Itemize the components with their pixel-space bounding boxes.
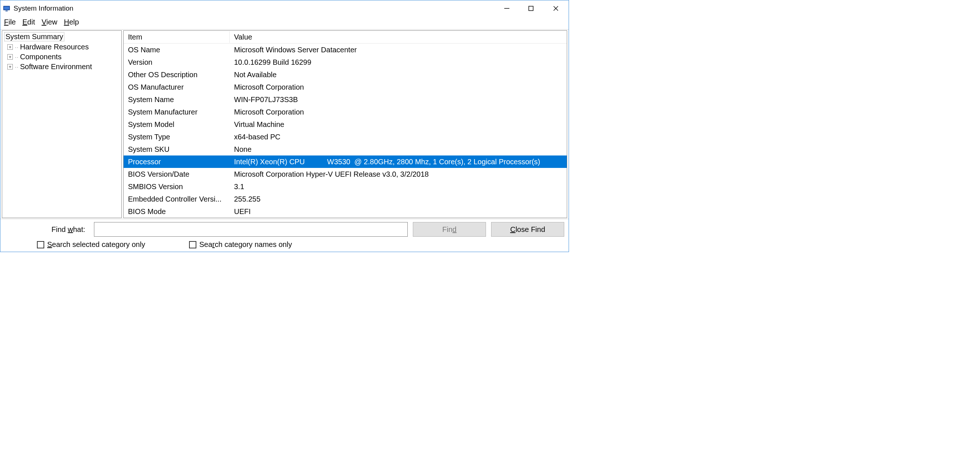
list-row[interactable]: SMBIOS Version3.1 <box>124 180 567 193</box>
cell-value: Microsoft Corporation <box>230 83 567 91</box>
list-row[interactable]: System NameWIN-FP07LJ73S3B <box>124 93 567 106</box>
find-bar: Find what: Find Close Find Search select… <box>0 219 569 252</box>
find-row: Find what: Find Close Find <box>5 222 564 237</box>
tree-node[interactable]: +··Hardware Resources <box>7 42 119 52</box>
cell-value: 10.0.16299 Build 16299 <box>230 58 567 67</box>
tree-node-label: Hardware Resources <box>20 43 89 51</box>
titlebar-left: System Information <box>3 5 73 13</box>
menu-edit-rest: dit <box>27 18 35 26</box>
find-input[interactable] <box>94 222 408 237</box>
expander-icon[interactable]: + <box>7 54 13 60</box>
window-controls <box>495 0 569 16</box>
menu-file[interactable]: File <box>4 18 16 26</box>
menu-edit[interactable]: Edit <box>22 18 35 26</box>
list-row[interactable]: BIOS ModeUEFI <box>124 205 567 218</box>
tree-node-label: Components <box>20 53 61 61</box>
cell-item: BIOS Mode <box>124 207 230 216</box>
tree-root-label: System Summary <box>5 32 64 41</box>
tree-node[interactable]: +··Components <box>7 52 119 62</box>
minimize-button[interactable] <box>495 0 519 16</box>
tree-connector: ·· <box>15 54 19 60</box>
cell-value: Intel(R) Xeon(R) CPU W3530 @ 2.80GHz, 28… <box>230 158 567 166</box>
tree-node-label: Software Environment <box>20 62 92 71</box>
search-selected-checkbox[interactable]: Search selected category only <box>37 240 145 249</box>
svg-rect-4 <box>529 6 533 11</box>
cell-value: Microsoft Corporation <box>230 108 567 116</box>
svg-rect-2 <box>5 11 8 11</box>
cell-item: OS Name <box>124 46 230 54</box>
find-options: Search selected category only Search cat… <box>5 240 564 249</box>
expander-icon[interactable]: + <box>7 64 13 70</box>
app-icon <box>3 5 11 13</box>
list-header: Item Value <box>124 31 567 43</box>
cell-value: Not Available <box>230 70 567 79</box>
cell-item: SMBIOS Version <box>124 183 230 191</box>
menu-file-rest: ile <box>8 18 16 26</box>
cell-value: WIN-FP07LJ73S3B <box>230 96 567 104</box>
cell-item: System SKU <box>124 145 230 154</box>
search-names-checkbox[interactable]: Search category names only <box>189 240 292 249</box>
list-row[interactable]: BIOS Version/DateMicrosoft Corporation H… <box>124 168 567 180</box>
list-row[interactable]: System ManufacturerMicrosoft Corporation <box>124 106 567 118</box>
tree-node[interactable]: +··Software Environment <box>7 62 119 72</box>
cell-value: UEFI <box>230 207 567 216</box>
list-row[interactable]: Version10.0.16299 Build 16299 <box>124 56 567 69</box>
tree-connector: ·· <box>15 64 19 70</box>
expander-icon[interactable]: + <box>7 44 13 50</box>
tree-connector: ·· <box>15 44 19 50</box>
client-area: System Summary +··Hardware Resources+··C… <box>0 29 569 219</box>
cell-item: Processor <box>124 158 230 166</box>
cell-item: Other OS Description <box>124 70 230 79</box>
cell-item: System Manufacturer <box>124 108 230 116</box>
list-row[interactable]: ProcessorIntel(R) Xeon(R) CPU W3530 @ 2.… <box>124 155 567 168</box>
cell-item: OS Manufacturer <box>124 83 230 91</box>
close-find-button[interactable]: Close Find <box>491 222 564 237</box>
details-list: Item Value OS NameMicrosoft Windows Serv… <box>123 30 567 218</box>
list-row[interactable]: OS NameMicrosoft Windows Server Datacent… <box>124 43 567 56</box>
column-header-value[interactable]: Value <box>230 32 567 43</box>
cell-value: Virtual Machine <box>230 120 567 129</box>
cell-value: Microsoft Corporation Hyper-V UEFI Relea… <box>230 170 567 179</box>
list-row[interactable]: System SKUNone <box>124 143 567 155</box>
menu-view-rest: iew <box>46 18 57 26</box>
cell-value: x64-based PC <box>230 133 567 141</box>
titlebar: System Information <box>0 0 569 16</box>
cell-item: Embedded Controller Versi... <box>124 195 230 203</box>
cell-value: Microsoft Windows Server Datacenter <box>230 46 567 54</box>
cell-item: System Name <box>124 96 230 104</box>
cell-item: System Type <box>124 133 230 141</box>
cell-value: 255.255 <box>230 195 567 203</box>
tree-children: +··Hardware Resources+··Components+··Sof… <box>5 42 119 72</box>
cell-item: Version <box>124 58 230 67</box>
maximize-button[interactable] <box>519 0 543 16</box>
column-header-item[interactable]: Item <box>124 32 230 43</box>
list-row[interactable]: System ModelVirtual Machine <box>124 118 567 131</box>
close-button[interactable] <box>543 0 569 16</box>
checkbox-icon <box>189 241 196 249</box>
menubar: File Edit View Help <box>0 16 569 29</box>
find-label: Find what: <box>5 225 89 234</box>
menu-view[interactable]: View <box>42 18 57 26</box>
list-row[interactable]: OS ManufacturerMicrosoft Corporation <box>124 81 567 93</box>
cell-item: BIOS Version/Date <box>124 170 230 179</box>
checkbox-icon <box>37 241 44 249</box>
list-row[interactable]: Other OS DescriptionNot Available <box>124 69 567 81</box>
list-row[interactable]: System Typex64-based PC <box>124 131 567 143</box>
window-title: System Information <box>14 5 73 13</box>
menu-help[interactable]: Help <box>64 18 79 26</box>
tree-root[interactable]: System Summary +··Hardware Resources+··C… <box>2 32 121 72</box>
category-tree[interactable]: System Summary +··Hardware Resources+··C… <box>2 30 122 218</box>
cell-item: System Model <box>124 120 230 129</box>
cell-value: None <box>230 145 567 154</box>
menu-help-rest: elp <box>69 18 79 26</box>
system-information-window: System Information File Edit View Help <box>0 0 569 252</box>
find-button[interactable]: Find <box>413 222 486 237</box>
list-row[interactable]: Embedded Controller Versi...255.255 <box>124 193 567 205</box>
svg-rect-1 <box>4 6 9 10</box>
list-body[interactable]: OS NameMicrosoft Windows Server Datacent… <box>124 43 567 218</box>
cell-value: 3.1 <box>230 183 567 191</box>
